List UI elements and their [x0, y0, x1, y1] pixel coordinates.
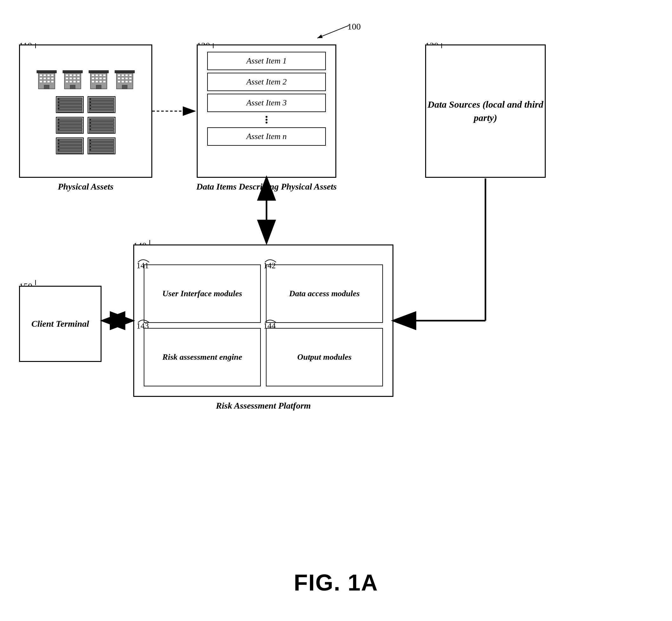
svg-rect-55	[125, 78, 128, 79]
svg-rect-24	[70, 78, 72, 79]
ref-100-arrow	[298, 19, 355, 44]
svg-point-81	[90, 108, 91, 109]
svg-point-119	[90, 143, 91, 144]
svg-rect-21	[73, 74, 76, 76]
svg-rect-10	[47, 78, 50, 79]
box-120-label: Data Items Describing Physical Assets	[181, 181, 352, 192]
svg-rect-5	[43, 74, 46, 76]
svg-point-79	[90, 101, 91, 103]
svg-point-118	[90, 140, 91, 141]
svg-rect-12	[40, 81, 42, 83]
svg-rect-54	[122, 78, 124, 79]
asset-item-2: Asset Item 2	[207, 73, 326, 91]
svg-rect-97	[89, 131, 114, 133]
building-icon-3	[87, 68, 110, 91]
module-output: Output modules	[266, 328, 383, 386]
svg-rect-96	[89, 128, 114, 130]
svg-rect-67	[57, 111, 82, 112]
svg-rect-38	[92, 78, 94, 79]
svg-point-88	[58, 119, 59, 120]
svg-rect-76	[89, 107, 114, 110]
svg-point-108	[58, 140, 59, 141]
svg-rect-114	[89, 142, 114, 145]
svg-rect-53	[118, 78, 120, 79]
svg-rect-4	[40, 74, 42, 76]
box-150-text: Client Terminal	[32, 318, 89, 330]
svg-rect-117	[89, 152, 114, 153]
svg-rect-107	[57, 152, 82, 153]
ref-144-label: 144	[263, 321, 276, 331]
svg-rect-29	[73, 81, 76, 83]
asset-item-3: Asset Item 3	[207, 94, 326, 112]
dots-section	[266, 116, 267, 124]
svg-rect-39	[95, 78, 98, 79]
svg-rect-113	[89, 139, 114, 141]
svg-rect-2	[37, 71, 56, 73]
svg-rect-61	[122, 85, 127, 89]
svg-rect-43	[95, 81, 98, 83]
svg-rect-17	[63, 71, 83, 73]
svg-rect-37	[103, 74, 106, 76]
server-rack-1	[55, 96, 84, 113]
svg-rect-87	[57, 131, 82, 133]
ref-143-label: 143	[136, 321, 149, 331]
svg-rect-26	[77, 78, 80, 79]
svg-point-90	[58, 125, 59, 127]
svg-rect-47	[115, 71, 135, 73]
asset-item-n: Asset Item n	[207, 127, 326, 146]
svg-rect-66	[57, 107, 82, 110]
svg-rect-45	[103, 81, 106, 83]
box-110-label: Physical Assets	[19, 181, 152, 192]
svg-rect-19	[66, 74, 68, 76]
box-data-items: Asset Item 1 Asset Item 2 Asset Item 3 A…	[197, 44, 336, 178]
svg-rect-63	[57, 98, 82, 100]
server-rack-6	[87, 137, 116, 155]
svg-rect-14	[47, 81, 50, 83]
svg-rect-49	[118, 74, 120, 76]
svg-rect-94	[89, 122, 114, 124]
svg-rect-77	[89, 111, 114, 112]
svg-point-68	[58, 98, 59, 100]
svg-rect-11	[51, 78, 54, 79]
svg-rect-40	[99, 78, 102, 79]
svg-rect-44	[99, 81, 102, 83]
svg-point-71	[58, 108, 59, 109]
svg-rect-30	[77, 81, 80, 83]
svg-rect-59	[125, 81, 128, 83]
svg-point-89	[58, 122, 59, 124]
svg-point-69	[58, 101, 59, 103]
svg-rect-22	[77, 74, 80, 76]
svg-rect-31	[70, 85, 75, 89]
building-icon-1	[35, 68, 58, 91]
box-130-text: Data Sources (local and third party)	[426, 98, 545, 124]
ref-100-label: 100	[348, 22, 361, 32]
asset-item-1: Asset Item 1	[207, 52, 326, 70]
svg-rect-106	[57, 149, 82, 151]
svg-rect-73	[89, 98, 114, 100]
building-icon-4	[113, 68, 136, 91]
server-rack-4	[87, 117, 116, 134]
svg-point-101	[90, 129, 91, 130]
svg-rect-52	[129, 74, 132, 76]
svg-point-110	[58, 146, 59, 147]
svg-rect-58	[122, 81, 124, 83]
svg-point-100	[90, 125, 91, 127]
svg-rect-84	[57, 122, 82, 124]
svg-rect-8	[40, 78, 42, 79]
svg-rect-6	[47, 74, 50, 76]
svg-rect-51	[125, 74, 128, 76]
svg-rect-75	[89, 104, 114, 107]
svg-point-109	[58, 143, 59, 144]
svg-rect-86	[57, 128, 82, 130]
svg-point-78	[90, 98, 91, 100]
svg-rect-46	[96, 85, 101, 89]
module-risk-engine: Risk assessment engine	[144, 328, 261, 386]
svg-point-91	[58, 129, 59, 130]
svg-rect-50	[122, 74, 124, 76]
ref-142-label: 142	[263, 261, 276, 271]
svg-rect-7	[51, 74, 54, 76]
server-rack-5	[55, 137, 84, 155]
svg-rect-116	[89, 149, 114, 151]
svg-rect-95	[89, 125, 114, 127]
ref-141-label: 141	[136, 261, 149, 271]
